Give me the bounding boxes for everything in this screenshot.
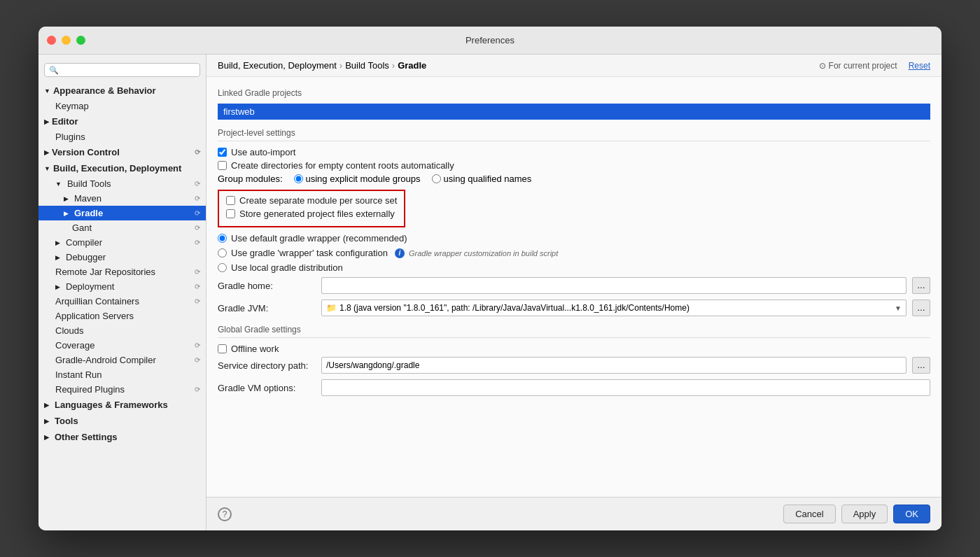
sidebar-label: Compiler <box>66 237 102 248</box>
sidebar: 🔍 ▼ Appearance & Behavior Keymap ▶ Edito… <box>38 55 206 530</box>
sync-icon: ⟳ <box>195 268 200 276</box>
sidebar-item-arquillian[interactable]: Arquillian Containers ⟳ <box>38 294 206 309</box>
sidebar-item-appearance[interactable]: ▼ Appearance & Behavior <box>38 83 206 99</box>
default-wrapper-label: Use default gradle wrapper (recommended) <box>231 233 407 244</box>
for-project-label: ⊙ For current project <box>819 61 897 71</box>
sidebar-item-gant[interactable]: Gant ⟳ <box>38 220 206 235</box>
create-dirs-checkbox[interactable] <box>218 161 227 170</box>
sidebar-label: Required Plugins <box>55 384 125 395</box>
ok-button[interactable]: OK <box>893 505 930 523</box>
sidebar-label: Gradle-Android Compiler <box>55 355 156 365</box>
sidebar-item-other-settings[interactable]: ▶ Other Settings <box>38 429 206 445</box>
sidebar-label: Build, Execution, Deployment <box>53 163 181 174</box>
sidebar-label: Deployment <box>66 281 114 292</box>
local-gradle-radio[interactable] <box>218 263 227 272</box>
close-button[interactable] <box>47 36 56 45</box>
wrapper-task-radio[interactable] <box>218 248 227 258</box>
gradle-home-label: Gradle home: <box>218 281 316 291</box>
sidebar-item-version-control[interactable]: ▶ Version Control ⟳ <box>38 144 206 160</box>
default-wrapper-radio[interactable] <box>218 234 227 243</box>
store-generated-row: Store generated project files externally <box>226 209 397 219</box>
sidebar-label: Gradle <box>74 208 103 218</box>
offline-work-checkbox[interactable] <box>218 344 227 353</box>
sidebar-item-maven[interactable]: ▶ Maven ⟳ <box>38 191 206 206</box>
sidebar-label: Coverage <box>55 340 94 351</box>
search-input[interactable] <box>62 65 195 75</box>
service-dir-input[interactable] <box>321 357 906 374</box>
use-auto-import-label: Use auto-import <box>231 147 295 157</box>
sidebar-item-tools[interactable]: ▶ Tools <box>38 413 206 429</box>
sidebar-item-remote-jar[interactable]: Remote Jar Repositories ⟳ <box>38 265 206 279</box>
radio-qualified-input[interactable] <box>432 174 441 183</box>
breadcrumb-sep-2: › <box>392 60 395 71</box>
linked-projects-label: Linked Gradle projects <box>218 88 930 98</box>
use-default-wrapper-row: Use default gradle wrapper (recommended) <box>218 233 930 244</box>
sync-icon: ⟳ <box>195 195 200 202</box>
use-wrapper-task-row: Use gradle 'wrapper' task configuration … <box>218 248 930 258</box>
radio-explicit-input[interactable] <box>294 174 303 183</box>
help-button[interactable]: ? <box>218 507 232 521</box>
use-auto-import-checkbox[interactable] <box>218 148 227 157</box>
store-generated-checkbox[interactable] <box>226 209 235 218</box>
service-dir-browse-button[interactable]: … <box>912 357 930 374</box>
sidebar-item-coverage[interactable]: Coverage ⟳ <box>38 338 206 353</box>
sidebar-item-app-servers[interactable]: Application Servers <box>38 309 206 323</box>
reset-button[interactable]: Reset <box>909 61 930 71</box>
sidebar-item-keymap[interactable]: Keymap <box>38 99 206 113</box>
gradle-home-browse-button[interactable]: … <box>912 277 930 294</box>
sidebar-item-gradle[interactable]: ▶ Gradle ⟳ <box>38 206 206 220</box>
group-modules-label: Group modules: <box>218 174 283 184</box>
sidebar-item-build-execution[interactable]: ▼ Build, Execution, Deployment <box>38 160 206 176</box>
sidebar-label: Build Tools <box>67 178 111 189</box>
breadcrumb-part-build: Build, Execution, Deployment <box>218 60 337 71</box>
radio-qualified-label: using qualified names <box>444 174 532 184</box>
sidebar-item-gradle-android[interactable]: Gradle-Android Compiler ⟳ <box>38 353 206 367</box>
breadcrumb: Build, Execution, Deployment › Build Too… <box>218 60 426 71</box>
sidebar-item-clouds[interactable]: Clouds <box>38 323 206 338</box>
search-box[interactable]: 🔍 <box>44 63 200 77</box>
sidebar-item-editor[interactable]: ▶ Editor <box>38 113 206 129</box>
service-dir-row: Service directory path: … <box>218 357 930 374</box>
search-icon: 🔍 <box>49 66 59 75</box>
gradle-home-input[interactable] <box>321 277 906 294</box>
gradle-jvm-select[interactable]: 📁 1.8 (java version "1.8.0_161", path: /… <box>321 299 906 316</box>
radio-explicit-label: using explicit module groups <box>306 174 421 184</box>
sidebar-item-build-tools[interactable]: ▼ Build Tools ⟳ <box>38 176 206 191</box>
radio-qualified: using qualified names <box>432 174 532 184</box>
apply-button[interactable]: Apply <box>841 505 888 523</box>
sidebar-item-debugger[interactable]: ▶ Debugger <box>38 250 206 265</box>
titlebar: Preferences <box>38 27 941 55</box>
sidebar-item-plugins[interactable]: Plugins <box>38 129 206 144</box>
arrow-icon: ▶ <box>55 239 60 246</box>
arrow-icon: ▶ <box>44 118 49 125</box>
sync-icon: ⟳ <box>195 224 200 232</box>
minimize-button[interactable] <box>62 36 71 45</box>
sync-icon: ⟳ <box>195 341 200 349</box>
sidebar-item-compiler[interactable]: ▶ Compiler ⟳ <box>38 235 206 250</box>
gradle-jvm-label: Gradle JVM: <box>218 303 316 313</box>
gradle-vm-options-input[interactable] <box>321 379 930 396</box>
cancel-button[interactable]: Cancel <box>783 505 835 523</box>
maximize-button[interactable] <box>76 36 85 45</box>
arrow-icon: ▶ <box>55 283 60 290</box>
offline-work-row: Offline work <box>218 344 930 354</box>
chevron-down-icon: ▼ <box>895 304 902 312</box>
arrow-icon: ▶ <box>44 418 49 425</box>
arrow-icon: ▼ <box>55 181 62 188</box>
sidebar-item-deployment[interactable]: ▶ Deployment ⟳ <box>38 279 206 294</box>
create-separate-checkbox[interactable] <box>226 196 235 205</box>
group-modules-row: Group modules: using explicit module gro… <box>218 174 930 184</box>
gradle-jvm-value: 1.8 (java version "1.8.0_161", path: /Li… <box>340 303 690 313</box>
sidebar-label: Debugger <box>66 252 106 262</box>
sidebar-item-instant-run[interactable]: Instant Run <box>38 367 206 382</box>
sidebar-item-required-plugins[interactable]: Required Plugins ⟳ <box>38 382 206 397</box>
main-content: Build, Execution, Deployment › Build Too… <box>206 55 941 530</box>
arrow-icon: ▼ <box>44 165 50 172</box>
local-gradle-label: Use local gradle distribution <box>231 262 343 273</box>
arrow-icon: ▼ <box>44 87 50 94</box>
project-list-item[interactable]: firstweb <box>218 104 930 120</box>
preferences-window: Preferences 🔍 ▼ Appearance & Behavior Ke… <box>38 27 941 530</box>
gradle-jvm-browse-button[interactable]: … <box>912 299 930 316</box>
breadcrumb-part-tools: Build Tools <box>345 60 389 71</box>
sidebar-item-languages[interactable]: ▶ Languages & Frameworks <box>38 397 206 413</box>
